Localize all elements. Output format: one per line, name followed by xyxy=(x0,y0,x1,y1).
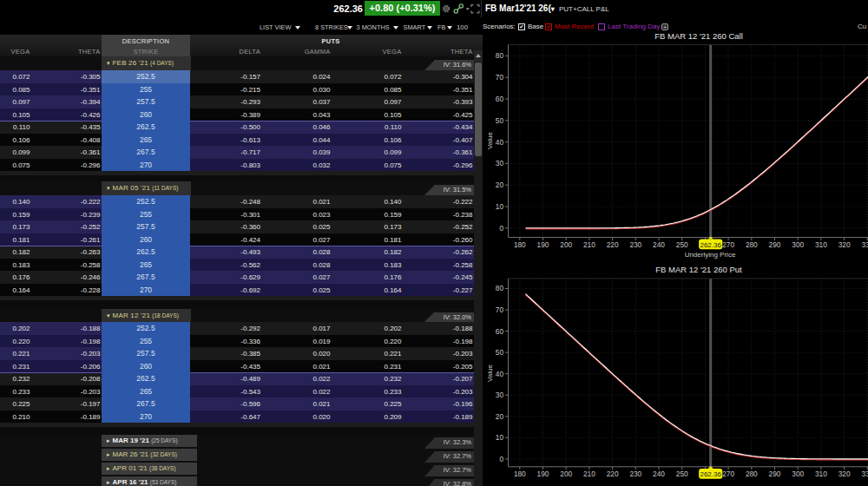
svg-text:210: 210 xyxy=(583,240,595,249)
svg-text:300: 300 xyxy=(792,240,804,249)
svg-text:320: 320 xyxy=(838,470,851,478)
svg-text:70: 70 xyxy=(496,305,504,314)
svg-text:50: 50 xyxy=(496,116,504,125)
svg-text:50: 50 xyxy=(496,348,504,357)
svg-text:40: 40 xyxy=(496,138,504,147)
svg-text:220: 220 xyxy=(607,470,619,478)
svg-text:270: 270 xyxy=(722,240,734,249)
svg-text:80: 80 xyxy=(496,284,504,292)
svg-text:330: 330 xyxy=(861,470,868,478)
svg-text:190: 190 xyxy=(537,240,549,249)
svg-text:FB MAR 12 '21 260 Call: FB MAR 12 '21 260 Call xyxy=(654,31,743,41)
svg-text:Value: Value xyxy=(486,132,494,149)
svg-text:230: 230 xyxy=(629,470,641,478)
svg-text:60: 60 xyxy=(496,95,504,103)
svg-text:270: 270 xyxy=(722,470,734,478)
svg-text:290: 290 xyxy=(769,470,781,478)
svg-text:250: 250 xyxy=(676,240,688,249)
svg-text:300: 300 xyxy=(792,470,804,478)
svg-text:200: 200 xyxy=(560,240,572,249)
svg-text:320: 320 xyxy=(838,240,851,249)
svg-text:20: 20 xyxy=(496,181,504,189)
svg-text:30: 30 xyxy=(496,391,504,399)
svg-text:0: 0 xyxy=(499,455,503,463)
svg-text:70: 70 xyxy=(496,73,504,82)
svg-text:290: 290 xyxy=(769,240,781,249)
svg-text:210: 210 xyxy=(583,470,595,478)
svg-text:Value: Value xyxy=(486,364,494,382)
svg-text:280: 280 xyxy=(746,240,758,249)
svg-text:FB MAR 12 '21 260 Put: FB MAR 12 '21 260 Put xyxy=(655,265,742,274)
svg-text:190: 190 xyxy=(537,470,549,478)
svg-text:262.36: 262.36 xyxy=(700,241,721,249)
svg-text:200: 200 xyxy=(560,470,572,478)
svg-text:230: 230 xyxy=(629,240,641,249)
svg-text:240: 240 xyxy=(653,240,665,249)
svg-text:262.36: 262.36 xyxy=(700,470,721,478)
svg-text:250: 250 xyxy=(676,470,688,478)
svg-text:180: 180 xyxy=(514,470,526,478)
svg-text:30: 30 xyxy=(496,159,504,167)
svg-text:10: 10 xyxy=(496,433,504,442)
svg-text:180: 180 xyxy=(514,240,526,249)
svg-text:280: 280 xyxy=(746,470,758,478)
svg-text:310: 310 xyxy=(815,240,827,249)
svg-text:80: 80 xyxy=(496,51,504,60)
svg-text:0: 0 xyxy=(499,224,503,233)
svg-text:Underlying Price: Underlying Price xyxy=(685,251,736,259)
svg-text:20: 20 xyxy=(496,412,504,421)
svg-text:310: 310 xyxy=(815,470,827,478)
svg-text:60: 60 xyxy=(496,327,504,336)
svg-text:240: 240 xyxy=(653,470,665,478)
svg-text:330: 330 xyxy=(861,240,868,249)
svg-text:10: 10 xyxy=(496,202,504,211)
svg-text:220: 220 xyxy=(607,240,619,249)
svg-text:40: 40 xyxy=(496,370,504,378)
